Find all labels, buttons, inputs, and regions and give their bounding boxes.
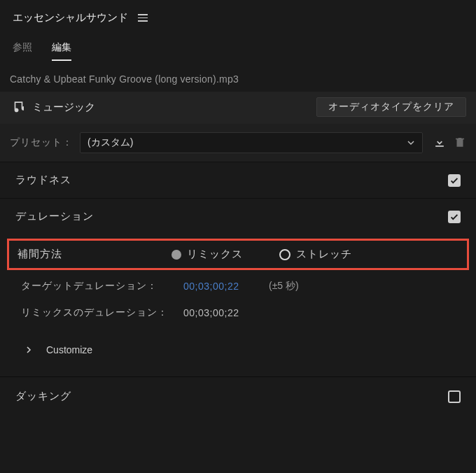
delete-preset-icon[interactable] — [454, 135, 466, 151]
interpolation-radio-group: リミックス ストレッチ — [172, 248, 352, 261]
chevron-right-icon — [25, 346, 32, 353]
clear-audiotype-button[interactable]: オーディオタイプをクリア — [316, 97, 466, 117]
preset-select[interactable]: (カスタム) — [80, 132, 423, 153]
music-note-icon — [10, 99, 24, 115]
loudness-checkbox[interactable] — [448, 174, 461, 187]
tab-browse[interactable]: 参照 — [13, 41, 32, 61]
filename-label: Catchy & Upbeat Funky Groove (long versi… — [0, 61, 476, 92]
loudness-label: ラウドネス — [15, 174, 71, 187]
target-duration-label: ターゲットデュレーション： — [21, 280, 175, 292]
audiotype-row: ミュージック オーディオタイプをクリア — [0, 92, 476, 124]
remix-duration-row: リミックスのデュレーション： 00;03;00;22 — [0, 297, 476, 323]
target-duration-row: ターゲットデュレーション： 00;03;00;22 (±5 秒) — [0, 270, 476, 297]
tabs: 参照 編集 — [0, 29, 476, 61]
customize-row[interactable]: Customize — [0, 323, 476, 376]
duration-label: デュレーション — [15, 210, 94, 223]
remix-duration-value: 00;03;00;22 — [183, 307, 239, 318]
duration-section[interactable]: デュレーション — [0, 198, 476, 234]
checkmark-icon — [449, 212, 459, 222]
save-preset-icon[interactable] — [433, 135, 447, 151]
ducking-label: ダッキング — [15, 390, 71, 403]
loudness-section[interactable]: ラウドネス — [0, 162, 476, 198]
duration-checkbox[interactable] — [448, 211, 461, 223]
target-duration-value[interactable]: 00;03;00;22 — [183, 281, 260, 292]
tab-edit[interactable]: 編集 — [52, 41, 71, 61]
interpolation-label: 補間方法 — [18, 248, 172, 261]
radio-remix-label: リミックス — [187, 248, 243, 261]
target-duration-hint: (±5 秒) — [269, 280, 299, 292]
panel-title: エッセンシャルサウンド — [13, 11, 128, 24]
radio-remix[interactable]: リミックス — [172, 248, 243, 261]
radio-unselected-icon — [279, 249, 290, 260]
panel-header: エッセンシャルサウンド — [0, 0, 476, 29]
panel-menu-icon[interactable] — [138, 14, 148, 22]
ducking-checkbox[interactable] — [448, 390, 461, 403]
preset-value: (カスタム) — [88, 136, 133, 149]
customize-label: Customize — [46, 344, 92, 355]
checkmark-icon — [449, 176, 459, 185]
interpolation-row: 補間方法 リミックス ストレッチ — [7, 239, 469, 270]
chevron-down-icon — [407, 139, 415, 147]
preset-row: プリセット： (カスタム) — [0, 124, 476, 162]
audiotype-label: ミュージック — [32, 101, 95, 114]
radio-stretch[interactable]: ストレッチ — [279, 248, 352, 261]
essential-sound-panel: エッセンシャルサウンド 参照 編集 Catchy & Upbeat Funky … — [0, 0, 476, 473]
radio-selected-icon — [172, 250, 181, 260]
remix-duration-label: リミックスのデュレーション： — [21, 306, 175, 319]
radio-stretch-label: ストレッチ — [296, 248, 352, 261]
preset-label: プリセット： — [10, 136, 73, 149]
ducking-section[interactable]: ダッキング — [0, 376, 476, 416]
